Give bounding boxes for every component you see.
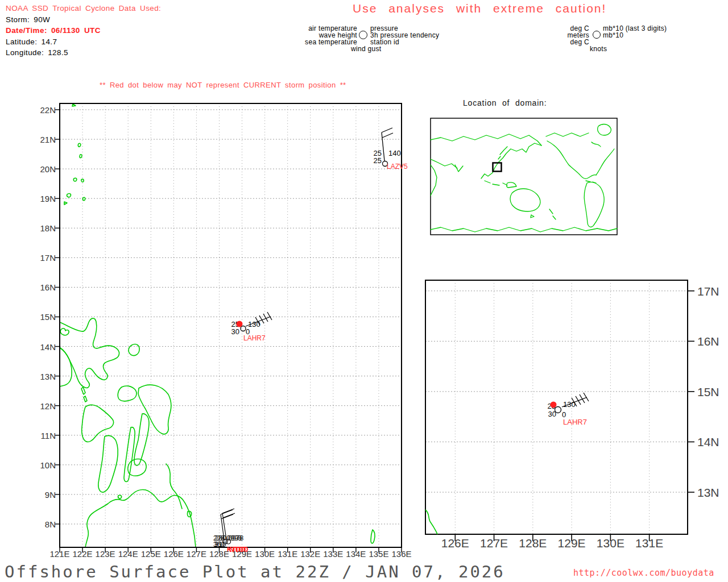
axis-label: 16N bbox=[697, 335, 719, 348]
axis-label: 131E bbox=[632, 537, 667, 550]
storm-position-dot bbox=[237, 321, 243, 327]
lahr7-sea-temp: 30 bbox=[231, 327, 239, 336]
lahr7-pressure: 130 bbox=[248, 320, 260, 329]
axis-label: 132E bbox=[298, 549, 323, 559]
axis-label: 121E bbox=[47, 549, 72, 559]
axis-label: 21N bbox=[31, 135, 56, 144]
main-map-ticks bbox=[55, 110, 402, 552]
axis-label: 123E bbox=[93, 549, 118, 559]
axis-label: 126E bbox=[438, 537, 472, 550]
axis-label: 129E bbox=[230, 549, 255, 559]
lazv5-sea-temp: 25 bbox=[374, 156, 382, 165]
axis-label: 16N bbox=[31, 282, 56, 292]
axis-label: 18N bbox=[31, 223, 56, 233]
storm-position-dot bbox=[551, 402, 557, 408]
axis-label: 122E bbox=[70, 549, 95, 559]
axis-label: 136E bbox=[389, 549, 414, 559]
station-lahr7-main: 25 130 30 0 LAHR7 bbox=[231, 312, 272, 342]
axis-label: 20N bbox=[31, 164, 56, 174]
main-map-grid bbox=[60, 103, 402, 547]
axis-label: 127E bbox=[184, 549, 209, 559]
inset-map-ticks bbox=[455, 291, 694, 541]
axis-label: 17N bbox=[697, 285, 719, 298]
station-coastal-cluster: 228 0998 280 0978 360 310 KTDD NTDD bbox=[213, 509, 249, 554]
axis-label: 15N bbox=[697, 385, 719, 399]
axis-label: 124E bbox=[115, 549, 140, 559]
axis-label: 125E bbox=[138, 549, 163, 559]
source-url: http://coolwx.com/buoydata bbox=[573, 568, 714, 578]
main-map-border bbox=[60, 103, 402, 547]
philippines-coastline bbox=[60, 104, 375, 547]
axis-label: 14N bbox=[31, 342, 56, 352]
station-lazv5: 25 140 25 LAZV5 bbox=[374, 128, 408, 171]
axis-label: 133E bbox=[321, 549, 346, 559]
axis-label: 128E bbox=[516, 537, 550, 550]
axis-label: 11N bbox=[31, 431, 56, 440]
lahr7-station-id: LAHR7 bbox=[563, 418, 587, 426]
inset-coastline bbox=[425, 510, 437, 534]
station-lahr7-inset: 25 130 30 0 LAHR7 bbox=[548, 393, 589, 426]
offshore-surface-plot-page: NOAA SSD Tropical Cyclone Data Used: Sto… bbox=[0, 0, 728, 582]
plot-title: Offshore Surface Plot at 22Z / JAN 07, 2… bbox=[5, 562, 505, 581]
world-map-border bbox=[431, 118, 617, 235]
axis-label: 135E bbox=[366, 549, 391, 559]
axis-label: 13N bbox=[31, 372, 56, 381]
axis-label: 13N bbox=[697, 486, 719, 500]
axis-label: 126E bbox=[161, 549, 186, 559]
zoom-inset-map: 25 130 30 0 LAHR7 bbox=[425, 280, 688, 534]
axis-label: 8N bbox=[31, 519, 56, 529]
axis-label: 127E bbox=[477, 537, 511, 550]
axis-label: 9N bbox=[31, 490, 56, 500]
axis-label: 12N bbox=[31, 401, 56, 411]
axis-label: 128E bbox=[206, 549, 231, 559]
axis-label: 15N bbox=[31, 312, 56, 322]
axis-label: 134E bbox=[344, 549, 369, 559]
axis-label: 131E bbox=[275, 549, 300, 559]
axis-label: 10N bbox=[31, 460, 56, 470]
lazv5-pressure: 140 bbox=[388, 149, 401, 157]
lazv5-station-id: LAZV5 bbox=[387, 163, 408, 171]
axis-label: 130E bbox=[253, 549, 278, 559]
lahr7-station-id: LAHR7 bbox=[243, 334, 266, 342]
axis-label: 22N bbox=[31, 105, 56, 115]
lahr7-pressure: 130 bbox=[563, 400, 576, 409]
axis-label: 17N bbox=[31, 253, 56, 263]
axis-label: 130E bbox=[593, 537, 627, 550]
axis-label: 19N bbox=[31, 194, 56, 203]
axis-label: 14N bbox=[697, 435, 719, 449]
cluster-sea-temp-overlap: 310 bbox=[215, 541, 226, 548]
world-locator-map bbox=[431, 118, 617, 235]
station-circle-icon bbox=[241, 326, 246, 331]
plot-graphics: 25 140 25 LAZV5 25 130 30 0 LAHR7 228 09… bbox=[0, 0, 728, 582]
axis-label: 129E bbox=[555, 537, 589, 550]
